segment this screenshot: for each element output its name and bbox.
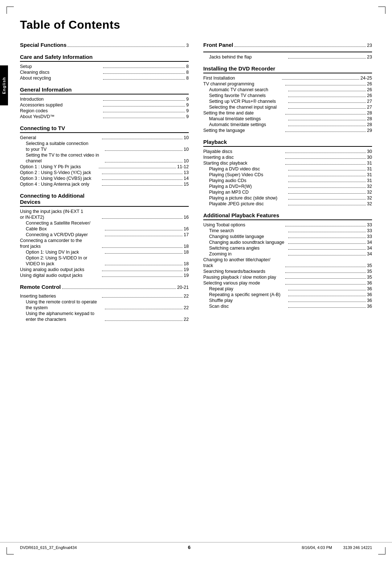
toc-label: Scan disc xyxy=(209,304,287,309)
toc-repeat-ab: Repeating a specific segment (A-B) 36 xyxy=(203,292,372,297)
toc-label: Automatic TV channel search xyxy=(209,87,287,92)
toc-label: First Installation xyxy=(203,76,281,81)
toc-page: 19 xyxy=(184,267,189,272)
toc-dots xyxy=(102,179,183,180)
toc-label: Playing audio CDs xyxy=(209,178,287,183)
toc-dots xyxy=(105,150,183,151)
toc-page: 9 xyxy=(186,114,189,119)
toc-page: 35 xyxy=(367,275,372,280)
toc-region: Region codes 9 xyxy=(20,108,189,113)
section-playback: Playback Playable discs 30 Inserting a d… xyxy=(203,139,372,206)
toc-label: Selecting various play mode xyxy=(203,280,284,286)
toc-dots xyxy=(288,205,366,205)
toc-accessories: Accessories supplied 9 xyxy=(20,102,189,108)
toc-label: the system xyxy=(26,305,104,310)
toc-dots xyxy=(288,187,366,188)
toc-dots xyxy=(288,199,366,199)
toc-starting-playback: Starting disc playback 31 xyxy=(203,161,372,166)
footer-catalog: 3139 246 14221 xyxy=(343,545,372,550)
toc-dots xyxy=(105,162,183,162)
toc-label: Using the alphanumeric keypad to xyxy=(26,311,189,316)
toc-channel: channel 10 xyxy=(20,158,189,164)
toc-label: to your TV xyxy=(26,147,104,152)
toc-dots xyxy=(288,290,366,290)
toc-dots xyxy=(102,247,183,248)
front-panel-title: Front Panel xyxy=(203,42,233,48)
right-column: Front Panel 23 Jacks behind the flap 23 … xyxy=(203,42,372,328)
front-panel-title-line: Front Panel 23 xyxy=(203,42,372,48)
toc-scan-disc: Scan disc 36 xyxy=(203,304,372,309)
toc-label: Setting the TV to the correct video in xyxy=(26,153,189,158)
toc-page: 18 xyxy=(184,244,189,249)
toc-page: 32 xyxy=(367,184,372,189)
toc-subtitle-lang: Changing subtitle language 33 xyxy=(203,234,372,239)
toc-label: Playing a DVD+R(W) xyxy=(209,184,287,189)
toc-time-date: Setting the time and date 28 xyxy=(203,110,372,116)
toc-auto-time: Automatic time/date settings 28 xyxy=(203,122,372,127)
toc-label: Accessories supplied xyxy=(20,102,102,108)
toc-dots xyxy=(288,182,366,182)
toc-page: 29 xyxy=(367,128,372,133)
section-connecting-additional: Connecting to AdditionalDevices Using th… xyxy=(20,193,189,278)
section-title-care-safety: Care and Safety Information xyxy=(20,54,189,62)
toc-playing-audio-cd: Playing audio CDs 31 xyxy=(203,178,372,183)
toc-label: Using the input jacks (IN-EXT 1 xyxy=(20,209,189,214)
toc-label: Shuffle play xyxy=(209,298,287,303)
toc-page: 22 xyxy=(184,305,189,310)
toc-label: Using Toobal options xyxy=(203,222,284,227)
toc-page: 31 xyxy=(367,161,372,166)
toc-inserting-disc: Inserting a disc 30 xyxy=(203,155,372,160)
toc-dots xyxy=(103,112,185,112)
toc-satellite: Connecting a Satellite Receiver/ xyxy=(20,221,189,226)
toc-enter-chars: enter the characters 22 xyxy=(20,317,189,322)
toc-page: 26 xyxy=(367,81,372,86)
toc-dots xyxy=(288,255,366,255)
toc-front-jacks: front jacks 18 xyxy=(20,244,189,249)
toc-page: 23 xyxy=(367,55,372,60)
toc-label: Connecting a VCR/DVD player xyxy=(26,232,104,237)
section-title-connecting-additional: Connecting to AdditionalDevices xyxy=(20,193,189,207)
toc-label: Setting the time and date xyxy=(203,110,284,116)
toc-dots xyxy=(99,168,176,168)
toc-tv-channel-prog: TV channel programming 26 xyxy=(203,81,372,86)
toc-page: 16 xyxy=(184,215,189,220)
toc-jpeg-disc: Playable JPEG picture disc 32 xyxy=(203,201,372,206)
toc-dots xyxy=(285,273,366,273)
toc-recycling: About recycling 8 xyxy=(20,76,189,81)
toc-page: 10 xyxy=(184,158,189,164)
toc-label: Jacks behind the flap xyxy=(209,55,287,60)
toc-dots xyxy=(62,288,176,289)
toc-label: Playing (Super) Video CDs xyxy=(209,172,287,177)
toc-dots xyxy=(285,284,366,284)
toc-label: Setting up VCR Plus+® channels xyxy=(209,99,287,104)
toc-input-jacks: Using the input jacks (IN-EXT 1 xyxy=(20,209,189,214)
toc-dots xyxy=(285,114,366,114)
toc-dots xyxy=(103,106,185,106)
toc-page: 9 xyxy=(186,97,189,102)
left-column: Special Functions 3 Care and Safety Info… xyxy=(20,42,189,328)
toc-label: Setting the language xyxy=(203,128,284,133)
toc-label: Automatic time/date settings xyxy=(209,122,287,127)
toc-dots xyxy=(285,267,366,267)
toc-label: Option 1: Using DV In jack xyxy=(26,250,104,255)
toc-page: 8 xyxy=(186,76,189,81)
toc-label: Repeat play xyxy=(209,286,287,291)
main-content: Table of Contents Special Functions 3 Ca… xyxy=(0,0,392,350)
toc-label: Changing to another title/chapter/ xyxy=(203,257,372,262)
section-title-playback: Playback xyxy=(203,139,372,147)
toc-playing-svcd: Playing (Super) Video CDs 31 xyxy=(203,172,372,177)
toc-label: Playing an MP3 CD xyxy=(209,190,287,195)
toc-label: Playing a picture disc (slide show) xyxy=(209,195,287,201)
special-functions-section: Special Functions 3 xyxy=(20,42,189,48)
toc-page: 19 xyxy=(184,273,189,278)
toc-dots xyxy=(288,97,366,97)
toc-dots xyxy=(288,238,366,238)
language-tab: English xyxy=(0,65,8,105)
toc-dots xyxy=(105,309,183,309)
toc-searching: Searching forwards/backwards 35 xyxy=(203,269,372,274)
toc-dots xyxy=(105,265,183,265)
toc-dots xyxy=(105,236,183,236)
toc-label: Using digital audio output jacks xyxy=(20,273,101,278)
section-title-installing: Installing the DVD Recorder xyxy=(203,65,372,73)
special-functions-dots xyxy=(68,47,185,47)
